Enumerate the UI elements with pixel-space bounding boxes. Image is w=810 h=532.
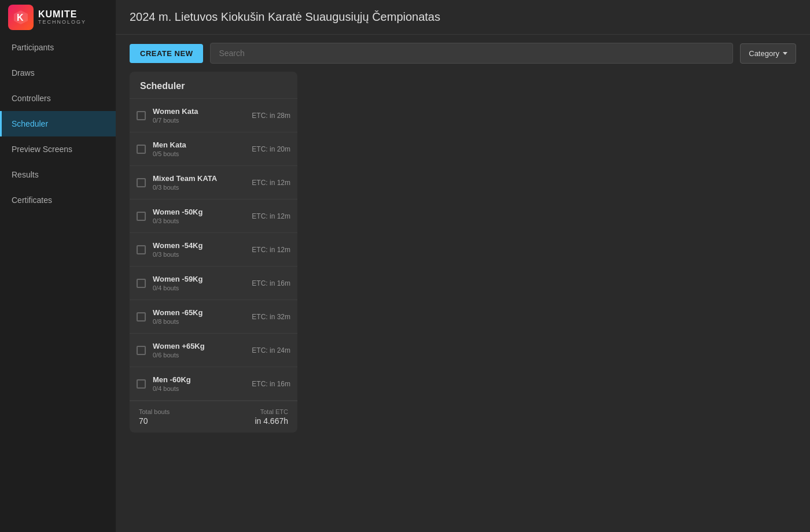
scheduler-list-item[interactable]: Women -50Kg 0/3 bouts ETC: in 12m (130, 200, 297, 233)
item-bouts-5: 0/4 bouts (153, 285, 245, 291)
total-bouts-value: 70 (139, 416, 170, 426)
page-title: 2024 m. Lietuvos Kiokušin Karatė Suaugus… (130, 10, 440, 24)
sidebar: K KUMITE TECHNOLOGY Participants Draws C… (0, 0, 116, 532)
scheduler-list-item[interactable]: Men -60Kg 0/4 bouts ETC: in 16m (130, 367, 297, 401)
create-new-button[interactable]: CREATE NEW (130, 44, 203, 63)
logo-area: K KUMITE TECHNOLOGY (0, 0, 116, 35)
category-label: Category (749, 49, 779, 58)
sidebar-item-scheduler[interactable]: Scheduler (0, 111, 116, 136)
item-etc-8: ETC: in 16m (252, 380, 290, 388)
item-etc-4: ETC: in 12m (252, 246, 290, 254)
item-checkbox-1[interactable] (137, 145, 146, 154)
item-info-0: Women Kata 0/7 bouts (153, 107, 245, 124)
scheduler-panel: Scheduler Women Kata 0/7 bouts ETC: in 2… (130, 72, 297, 433)
item-name-1: Men Kata (153, 141, 245, 149)
svg-text:K: K (17, 13, 24, 23)
scheduler-list: Women Kata 0/7 bouts ETC: in 28m Men Kat… (130, 99, 297, 401)
item-name-4: Women -54Kg (153, 241, 245, 250)
item-checkbox-8[interactable] (137, 379, 146, 389)
item-name-2: Mixed Team KATA (153, 174, 245, 183)
sidebar-item-draws[interactable]: Draws (0, 60, 116, 86)
logo-technology: TECHNOLOGY (38, 20, 86, 25)
item-bouts-2: 0/3 bouts (153, 184, 245, 191)
item-name-0: Women Kata (153, 107, 245, 116)
item-checkbox-6[interactable] (137, 312, 146, 322)
item-checkbox-4[interactable] (137, 245, 146, 254)
item-info-4: Women -54Kg 0/3 bouts (153, 241, 245, 258)
sidebar-item-participants[interactable]: Participants (0, 35, 116, 60)
scheduler-list-item[interactable]: Men Kata 0/5 bouts ETC: in 20m (130, 132, 297, 166)
item-checkbox-7[interactable] (137, 346, 146, 355)
toolbar: CREATE NEW Category (116, 35, 810, 72)
item-bouts-3: 0/3 bouts (153, 217, 245, 224)
search-input[interactable] (210, 43, 733, 64)
scheduler-list-item[interactable]: Women -54Kg 0/3 bouts ETC: in 12m (130, 233, 297, 267)
total-etc-label: Total ETC (255, 408, 288, 415)
page-header: 2024 m. Lietuvos Kiokušin Karatė Suaugus… (116, 0, 810, 35)
item-checkbox-2[interactable] (137, 178, 146, 187)
scheduler-list-item[interactable]: Women +65Kg 0/6 bouts ETC: in 24m (130, 334, 297, 367)
item-bouts-4: 0/3 bouts (153, 251, 245, 258)
item-etc-2: ETC: in 12m (252, 179, 290, 187)
item-etc-1: ETC: in 20m (252, 145, 290, 153)
logo-icon: K (8, 5, 34, 30)
item-checkbox-5[interactable] (137, 279, 146, 288)
item-checkbox-0[interactable] (137, 111, 146, 120)
scheduler-list-item[interactable]: Women Kata 0/7 bouts ETC: in 28m (130, 99, 297, 132)
item-info-5: Women -59Kg 0/4 bouts (153, 275, 245, 291)
scheduler-list-item[interactable]: Women -65Kg 0/8 bouts ETC: in 32m (130, 300, 297, 334)
item-info-2: Mixed Team KATA 0/3 bouts (153, 174, 245, 191)
item-name-7: Women +65Kg (153, 342, 245, 350)
sidebar-item-preview-screens[interactable]: Preview Screens (0, 136, 116, 162)
category-dropdown-button[interactable]: Category (740, 43, 796, 64)
scheduler-list-item[interactable]: Mixed Team KATA 0/3 bouts ETC: in 12m (130, 166, 297, 200)
sidebar-item-certificates[interactable]: Certificates (0, 187, 116, 213)
item-info-8: Men -60Kg 0/4 bouts (153, 375, 245, 392)
item-etc-0: ETC: in 28m (252, 112, 290, 120)
item-name-3: Women -50Kg (153, 208, 245, 216)
total-bouts: Total bouts 70 (139, 408, 170, 426)
content-area: Scheduler Women Kata 0/7 bouts ETC: in 2… (116, 72, 810, 532)
item-bouts-6: 0/8 bouts (153, 318, 245, 325)
total-etc: Total ETC in 4.667h (255, 408, 288, 426)
item-bouts-1: 0/5 bouts (153, 150, 245, 157)
item-etc-6: ETC: in 32m (252, 313, 290, 321)
total-etc-value: in 4.667h (255, 416, 288, 426)
item-name-8: Men -60Kg (153, 375, 245, 384)
scheduler-list-item[interactable]: Women -59Kg 0/4 bouts ETC: in 16m (130, 267, 297, 300)
total-bouts-label: Total bouts (139, 408, 170, 415)
item-name-5: Women -59Kg (153, 275, 245, 283)
scheduler-title: Scheduler (130, 72, 297, 99)
logo-kumite: KUMITE (38, 9, 86, 20)
sidebar-item-results[interactable]: Results (0, 162, 116, 187)
item-etc-5: ETC: in 16m (252, 279, 290, 287)
logo-text: KUMITE TECHNOLOGY (38, 9, 86, 25)
item-info-7: Women +65Kg 0/6 bouts (153, 342, 245, 359)
item-bouts-8: 0/4 bouts (153, 385, 245, 392)
item-info-3: Women -50Kg 0/3 bouts (153, 208, 245, 224)
chevron-down-icon (783, 52, 787, 55)
item-info-1: Men Kata 0/5 bouts (153, 141, 245, 157)
item-etc-7: ETC: in 24m (252, 346, 290, 354)
main-content: 2024 m. Lietuvos Kiokušin Karatė Suaugus… (116, 0, 810, 532)
item-name-6: Women -65Kg (153, 308, 245, 317)
sidebar-item-controllers[interactable]: Controllers (0, 86, 116, 111)
item-info-6: Women -65Kg 0/8 bouts (153, 308, 245, 325)
item-checkbox-3[interactable] (137, 212, 146, 221)
item-etc-3: ETC: in 12m (252, 212, 290, 220)
item-bouts-7: 0/6 bouts (153, 352, 245, 359)
item-bouts-0: 0/7 bouts (153, 117, 245, 124)
scheduler-footer: Total bouts 70 Total ETC in 4.667h (130, 401, 297, 433)
